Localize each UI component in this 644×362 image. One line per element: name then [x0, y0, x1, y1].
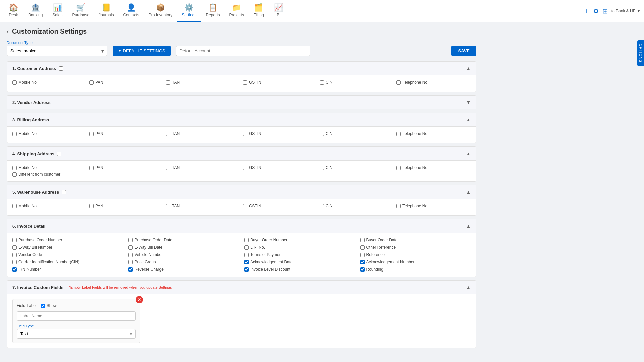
filling-icon: 🗂️ — [254, 3, 263, 12]
billing-address-toggle-icon: ▲ — [466, 117, 471, 122]
field-telephone-no-5[interactable]: Telephone No — [396, 204, 471, 208]
field-gstin-5[interactable]: GSTIN — [243, 204, 317, 208]
field-gstin-4[interactable]: GSTIN — [243, 165, 317, 170]
field-vehicle-number[interactable]: Vehicle Number — [128, 252, 239, 257]
top-navigation: 🏠 Desk 🏦 Banking 📊 Sales 🛒 Purchase 📒 Jo… — [0, 0, 644, 22]
section-custom-fields-header[interactable]: 7. Invoice Custom Fields *Empty Label Fi… — [7, 281, 476, 294]
nav-pro-inventory[interactable]: 📦 Pro Inventory — [144, 0, 177, 22]
field-pan-4[interactable]: PAN — [89, 165, 163, 170]
field-telephone-no-1[interactable]: Telephone No — [396, 80, 471, 85]
field-acknowledgement-number[interactable]: Acknowledgement Number — [360, 260, 471, 264]
section-billing-address-header[interactable]: 3. Billing Address ▲ — [7, 113, 476, 127]
add-button[interactable]: ＋ — [583, 6, 590, 15]
nav-settings[interactable]: ⚙️ Settings — [177, 0, 201, 22]
field-terms-of-payment[interactable]: Terms of Payment — [244, 252, 355, 257]
section-vendor-address-header[interactable]: 2. Vendor Address ▼ — [7, 96, 476, 109]
section-custom-fields: 7. Invoice Custom Fields *Empty Label Fi… — [7, 280, 476, 348]
billing-address-fields: Mobile No PAN TAN GSTIN CIN Telephone No — [12, 131, 471, 136]
field-different-from-customer[interactable]: Different from customer — [12, 172, 471, 177]
field-tan-4[interactable]: TAN — [166, 165, 240, 170]
field-buyer-order-date[interactable]: Buyer Order Date — [360, 238, 471, 242]
section-invoice-detail-header[interactable]: 6. Invoice Detail ▲ — [7, 219, 476, 233]
field-eway-bill-number[interactable]: E-Way Bill Number — [12, 245, 123, 250]
show-checkbox[interactable] — [41, 304, 45, 308]
section-shipping-address-header[interactable]: 4. Shipping Address ▲ — [7, 147, 476, 161]
default-settings-button[interactable]: ✦ DEFAULT SETTINGS — [113, 46, 171, 56]
nav-filling-label: Filling — [253, 13, 264, 17]
default-account-input[interactable] — [176, 46, 310, 56]
field-purchase-order-number[interactable]: Purchase Order Number — [12, 238, 123, 242]
field-pan-1[interactable]: PAN — [89, 80, 163, 85]
field-price-group[interactable]: Price Group — [128, 260, 239, 264]
nav-desk-label: Desk — [9, 13, 18, 17]
nav-projects[interactable]: 📁 Projects — [225, 0, 249, 22]
nav-user-label[interactable]: to Bank & HE ▼ — [611, 9, 641, 13]
field-mobile-no-3[interactable]: Mobile No — [12, 131, 87, 136]
field-telephone-no-4[interactable]: Telephone No — [396, 165, 471, 170]
nav-bi[interactable]: 📈 BI — [269, 0, 289, 22]
field-reverse-charge[interactable]: Reverse Charge — [128, 267, 239, 272]
show-check[interactable]: Show — [41, 303, 57, 308]
label-name-input[interactable] — [17, 311, 136, 321]
field-invoice-level-discount[interactable]: Invoice Level Discount — [244, 267, 355, 272]
nav-reports[interactable]: 📋 Reports — [201, 0, 225, 22]
field-cin-1[interactable]: CIN — [320, 80, 394, 85]
section-billing-address: 3. Billing Address ▲ Mobile No PAN TAN G… — [7, 113, 476, 143]
field-cin-4[interactable]: CIN — [320, 165, 394, 170]
field-eway-bill-date[interactable]: E-Way Bill Date — [128, 245, 239, 250]
page-header: ‹ Customization Settings — [7, 27, 476, 35]
field-mobile-no-4[interactable]: Mobile No — [12, 165, 87, 170]
custom-field-close-button[interactable]: ✕ — [136, 296, 143, 303]
field-gstin-3[interactable]: GSTIN — [243, 131, 317, 136]
field-acknowledgement-date[interactable]: Acknowledgement Date — [244, 260, 355, 264]
nav-purchase[interactable]: 🛒 Purchase — [67, 0, 94, 22]
nav-journals[interactable]: 📒 Journals — [94, 0, 118, 22]
field-mobile-no-5[interactable]: Mobile No — [12, 204, 87, 208]
page-title: Customization Settings — [12, 27, 87, 35]
nav-journals-label: Journals — [99, 13, 114, 17]
section-warehouse-address: 5. Warehouse Address ▲ Mobile No PAN TAN… — [7, 185, 476, 216]
nav-reports-label: Reports — [206, 13, 220, 17]
field-carrier-id-number[interactable]: Carrier Identification Number(CIN) — [12, 260, 123, 264]
shipping-address-checkbox[interactable] — [57, 152, 61, 156]
section-vendor-address-title: 2. Vendor Address — [12, 100, 51, 105]
field-mobile-no-1[interactable]: Mobile No — [12, 80, 87, 85]
field-purchase-order-date[interactable]: Purchase Order Date — [128, 238, 239, 242]
settings-gear-button[interactable]: ⚙ — [593, 7, 599, 15]
field-gstin-1[interactable]: GSTIN — [243, 80, 317, 85]
options-tab[interactable]: OPTIONS — [637, 40, 644, 66]
field-pan-5[interactable]: PAN — [89, 204, 163, 208]
grid-view-button[interactable]: ⊞ — [602, 7, 608, 15]
field-telephone-no-3[interactable]: Telephone No — [396, 131, 471, 136]
nav-desk[interactable]: 🏠 Desk — [3, 0, 23, 22]
customer-address-checkbox[interactable] — [59, 66, 63, 71]
field-vendor-code[interactable]: Vendor Code — [12, 252, 123, 257]
nav-contacts[interactable]: 👤 Contacts — [118, 0, 144, 22]
field-tan-3[interactable]: TAN — [166, 131, 240, 136]
section-warehouse-address-header[interactable]: 5. Warehouse Address ▲ — [7, 185, 476, 199]
nav-filling[interactable]: 🗂️ Filling — [249, 0, 269, 22]
field-lr-no[interactable]: L.R. No. — [244, 245, 355, 250]
nav-pro-inventory-label: Pro Inventory — [149, 13, 172, 17]
section-custom-fields-title: 7. Invoice Custom Fields *Empty Label Fi… — [12, 285, 172, 290]
nav-sales[interactable]: 📊 Sales — [47, 0, 67, 22]
document-type-group: Document Type Sales Invoice Purchase Ord… — [7, 41, 107, 56]
field-type-select[interactable]: Text Number Date Dropdown — [17, 329, 136, 339]
field-cin-3[interactable]: CIN — [320, 131, 394, 136]
field-irn-number[interactable]: IRN Number — [12, 267, 123, 272]
back-button[interactable]: ‹ — [7, 28, 9, 35]
field-reference[interactable]: Reference — [360, 252, 471, 257]
nav-banking[interactable]: 🏦 Banking — [23, 0, 47, 22]
field-buyer-order-number[interactable]: Buyer Order Number — [244, 238, 355, 242]
warehouse-address-checkbox[interactable] — [62, 190, 66, 194]
field-rounding[interactable]: Rounding — [360, 267, 471, 272]
save-button[interactable]: SAVE — [451, 46, 476, 56]
field-other-reference[interactable]: Other Reference — [360, 245, 471, 250]
field-tan-1[interactable]: TAN — [166, 80, 240, 85]
field-tan-5[interactable]: TAN — [166, 204, 240, 208]
document-type-select[interactable]: Sales Invoice Purchase Order Credit Note — [7, 46, 107, 56]
section-customer-address-header[interactable]: 1. Customer Address ▲ — [7, 62, 476, 75]
field-pan-3[interactable]: PAN — [89, 131, 163, 136]
field-cin-5[interactable]: CIN — [320, 204, 394, 208]
nav-settings-label: Settings — [182, 13, 196, 17]
